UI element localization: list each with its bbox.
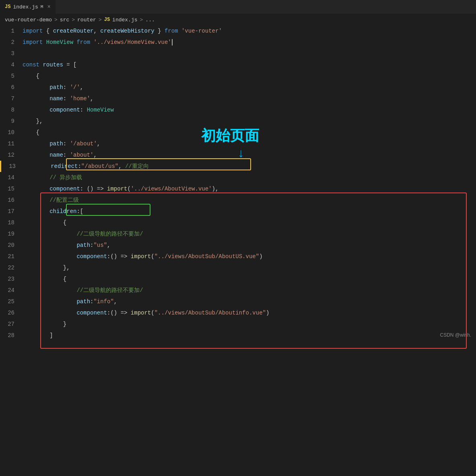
line-num-26: 26 [0,307,21,319]
line-num-21: 21 [0,251,21,262]
breadcrumb-dots: ... [145,17,155,23]
code-line-17: 17 children:[ [0,206,476,217]
line-num-25: 25 [0,296,21,307]
line-content-20: path:"us", [21,240,476,251]
line-num-16: 16 [0,195,21,206]
code-line-11: 11 path: '/about', [0,138,476,149]
line-num-22: 22 [0,262,21,273]
code-line-27: 27 } [0,319,476,330]
line-num-10: 10 [0,127,21,138]
breadcrumb: vue-router-demo > src > router > JS inde… [0,14,476,25]
breadcrumb-sep2: > [72,17,75,23]
line-content-1: import { createRouter, createWebHistory … [21,25,476,37]
line-num-2: 2 [0,37,21,48]
line-num-5: 5 [0,70,21,82]
line-content-24: //二级导航的路径不要加/ [21,285,476,296]
tab-modified-badge: M [41,4,43,9]
code-line-23: 23 { [0,273,476,285]
line-num-15: 15 [0,183,21,195]
line-content-16: //配置二级 [21,195,476,206]
line-content-14: // 异步加载 [21,172,476,183]
line-content-27: } [21,319,476,330]
line-content-23: { [21,273,476,285]
line-content-7: name: 'home', [21,93,476,104]
line-content-6: path: '/', [21,82,476,93]
watermark: CSDN @winh. [440,332,471,338]
code-line-21: 21 component:() => import("../views/Abou… [0,251,476,262]
line-num-3: 3 [0,48,21,59]
line-num-9: 9 [0,116,21,127]
line-num-23: 23 [0,273,21,285]
code-line-20: 20 path:"us", [0,240,476,251]
code-line-22: 22 }, [0,262,476,273]
code-line-8: 8 component: HomeView [0,104,476,116]
breadcrumb-sep1: > [54,17,58,23]
code-line-15: 15 component: () => import('../views/Abo… [0,183,476,195]
breadcrumb-js-icon: JS [104,17,110,23]
line-num-18: 18 [0,217,21,228]
breadcrumb-src: src [60,17,69,23]
line-content-28: ] [21,330,476,341]
line-content-25: path:"info", [21,296,476,307]
line-num-14: 14 [0,172,21,183]
line-num-12: 12 [0,149,21,161]
code-line-16: 16 //配置二级 [0,195,476,206]
breadcrumb-router: router [77,17,96,23]
breadcrumb-sep3: > [99,17,102,23]
line-content-5: { [21,70,476,82]
breadcrumb-sep4: > [140,17,143,23]
tab-item[interactable]: JS index.js M × [0,0,56,14]
line-num-11: 11 [0,138,21,149]
line-content-22: }, [21,262,476,273]
line-num-19: 19 [0,228,21,240]
line-num-13: 13 [1,161,22,172]
breadcrumb-project: vue-router-demo [5,17,52,23]
line-content-9: }, [21,116,476,127]
breadcrumb-filename: index.js [112,17,137,23]
line-num-20: 20 [0,240,21,251]
line-content-8: component: HomeView [21,104,476,116]
code-line-18: 18 { [0,217,476,228]
tab-filename: index.js [13,4,38,10]
line-content-11: path: '/about', [21,138,476,149]
code-line-2: 2 import HomeView from '../views/HomeVie… [0,37,476,48]
code-line-4: 4 const routes = [ [0,59,476,70]
code-line-10: 10 { [0,127,476,138]
tab-js-icon: JS [5,4,10,10]
line-content-10: { [21,127,476,138]
code-line-25: 25 path:"info", [0,296,476,307]
line-num-1: 1 [0,25,21,37]
line-num-6: 6 [0,82,21,93]
code-line-9: 9 }, [0,116,476,127]
line-content-21: component:() => import("../views/AboutSu… [21,251,476,262]
line-content-13: redirect:"/about/us", //重定向 [22,161,476,172]
code-line-24: 24 //二级导航的路径不要加/ [0,285,476,296]
editor-container: 1 import { createRouter, createWebHistor… [0,25,476,341]
line-num-4: 4 [0,59,21,70]
code-line-13: 13 redirect:"/about/us", //重定向 [0,161,476,172]
line-content-3 [21,48,476,59]
tab-bar: JS index.js M × [0,0,476,14]
line-num-24: 24 [0,285,21,296]
line-num-17: 17 [0,206,21,217]
code-line-5: 5 { [0,70,476,82]
line-content-18: { [21,217,476,228]
line-content-15: component: () => import('../views/AboutV… [21,183,476,195]
tab-close-icon[interactable]: × [47,4,50,10]
line-num-27: 27 [0,319,21,330]
code-line-26: 26 component:() => import("../views/Abou… [0,307,476,319]
line-content-2: import HomeView from '../views/HomeView.… [21,37,476,48]
code-line-1: 1 import { createRouter, createWebHistor… [0,25,476,37]
line-num-7: 7 [0,93,21,104]
code-line-7: 7 name: 'home', [0,93,476,104]
code-line-19: 19 //二级导航的路径不要加/ [0,228,476,240]
code-line-14: 14 // 异步加载 [0,172,476,183]
code-line-6: 6 path: '/', [0,82,476,93]
line-content-19: //二级导航的路径不要加/ [21,228,476,240]
line-content-26: component:() => import("../views/AboutSu… [21,307,476,319]
code-line-12: 12 name: 'about', [0,149,476,161]
line-content-4: const routes = [ [21,59,476,70]
line-num-28: 28 [0,330,21,341]
code-line-3: 3 [0,48,476,59]
code-line-28: 28 ] [0,330,476,341]
